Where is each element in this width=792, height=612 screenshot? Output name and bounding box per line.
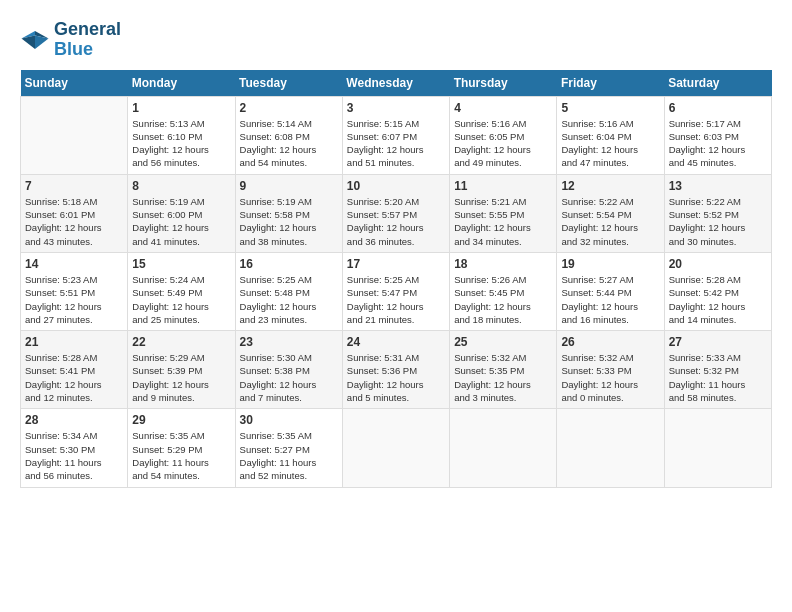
calendar-cell: 8Sunrise: 5:19 AM Sunset: 6:00 PM Daylig… (128, 174, 235, 252)
weekday-header: Thursday (450, 70, 557, 97)
calendar-cell: 25Sunrise: 5:32 AM Sunset: 5:35 PM Dayli… (450, 331, 557, 409)
day-number: 9 (240, 179, 338, 193)
day-info: Sunrise: 5:22 AM Sunset: 5:52 PM Dayligh… (669, 195, 767, 248)
day-info: Sunrise: 5:31 AM Sunset: 5:36 PM Dayligh… (347, 351, 445, 404)
day-number: 13 (669, 179, 767, 193)
weekday-header: Wednesday (342, 70, 449, 97)
calendar-cell: 4Sunrise: 5:16 AM Sunset: 6:05 PM Daylig… (450, 96, 557, 174)
day-number: 22 (132, 335, 230, 349)
day-number: 27 (669, 335, 767, 349)
day-number: 28 (25, 413, 123, 427)
day-number: 18 (454, 257, 552, 271)
calendar-cell: 20Sunrise: 5:28 AM Sunset: 5:42 PM Dayli… (664, 252, 771, 330)
day-number: 6 (669, 101, 767, 115)
day-number: 20 (669, 257, 767, 271)
day-number: 17 (347, 257, 445, 271)
day-info: Sunrise: 5:25 AM Sunset: 5:48 PM Dayligh… (240, 273, 338, 326)
day-number: 8 (132, 179, 230, 193)
day-number: 14 (25, 257, 123, 271)
calendar-cell: 27Sunrise: 5:33 AM Sunset: 5:32 PM Dayli… (664, 331, 771, 409)
day-info: Sunrise: 5:18 AM Sunset: 6:01 PM Dayligh… (25, 195, 123, 248)
calendar-cell: 29Sunrise: 5:35 AM Sunset: 5:29 PM Dayli… (128, 409, 235, 487)
day-info: Sunrise: 5:16 AM Sunset: 6:05 PM Dayligh… (454, 117, 552, 170)
day-info: Sunrise: 5:32 AM Sunset: 5:35 PM Dayligh… (454, 351, 552, 404)
page-header: General Blue (20, 20, 772, 60)
day-number: 11 (454, 179, 552, 193)
calendar-cell: 7Sunrise: 5:18 AM Sunset: 6:01 PM Daylig… (21, 174, 128, 252)
day-info: Sunrise: 5:21 AM Sunset: 5:55 PM Dayligh… (454, 195, 552, 248)
weekday-header: Friday (557, 70, 664, 97)
day-info: Sunrise: 5:19 AM Sunset: 6:00 PM Dayligh… (132, 195, 230, 248)
calendar-cell: 15Sunrise: 5:24 AM Sunset: 5:49 PM Dayli… (128, 252, 235, 330)
calendar-cell: 30Sunrise: 5:35 AM Sunset: 5:27 PM Dayli… (235, 409, 342, 487)
day-number: 15 (132, 257, 230, 271)
calendar-cell: 5Sunrise: 5:16 AM Sunset: 6:04 PM Daylig… (557, 96, 664, 174)
day-info: Sunrise: 5:34 AM Sunset: 5:30 PM Dayligh… (25, 429, 123, 482)
calendar-cell: 17Sunrise: 5:25 AM Sunset: 5:47 PM Dayli… (342, 252, 449, 330)
day-number: 7 (25, 179, 123, 193)
calendar-cell: 14Sunrise: 5:23 AM Sunset: 5:51 PM Dayli… (21, 252, 128, 330)
logo-icon (20, 28, 50, 52)
calendar-cell (342, 409, 449, 487)
calendar-cell (21, 96, 128, 174)
calendar-cell (664, 409, 771, 487)
day-number: 29 (132, 413, 230, 427)
day-number: 4 (454, 101, 552, 115)
day-info: Sunrise: 5:19 AM Sunset: 5:58 PM Dayligh… (240, 195, 338, 248)
weekday-header-row: SundayMondayTuesdayWednesdayThursdayFrid… (21, 70, 772, 97)
calendar-cell: 21Sunrise: 5:28 AM Sunset: 5:41 PM Dayli… (21, 331, 128, 409)
day-number: 16 (240, 257, 338, 271)
weekday-header: Monday (128, 70, 235, 97)
calendar-week-row: 14Sunrise: 5:23 AM Sunset: 5:51 PM Dayli… (21, 252, 772, 330)
day-number: 30 (240, 413, 338, 427)
calendar-cell: 18Sunrise: 5:26 AM Sunset: 5:45 PM Dayli… (450, 252, 557, 330)
day-number: 19 (561, 257, 659, 271)
calendar-cell (557, 409, 664, 487)
day-number: 1 (132, 101, 230, 115)
day-info: Sunrise: 5:35 AM Sunset: 5:29 PM Dayligh… (132, 429, 230, 482)
calendar-cell: 6Sunrise: 5:17 AM Sunset: 6:03 PM Daylig… (664, 96, 771, 174)
day-number: 5 (561, 101, 659, 115)
calendar-cell: 2Sunrise: 5:14 AM Sunset: 6:08 PM Daylig… (235, 96, 342, 174)
calendar-cell: 10Sunrise: 5:20 AM Sunset: 5:57 PM Dayli… (342, 174, 449, 252)
calendar-cell: 28Sunrise: 5:34 AM Sunset: 5:30 PM Dayli… (21, 409, 128, 487)
calendar-week-row: 7Sunrise: 5:18 AM Sunset: 6:01 PM Daylig… (21, 174, 772, 252)
calendar-cell: 24Sunrise: 5:31 AM Sunset: 5:36 PM Dayli… (342, 331, 449, 409)
day-info: Sunrise: 5:16 AM Sunset: 6:04 PM Dayligh… (561, 117, 659, 170)
calendar-cell (450, 409, 557, 487)
calendar-cell: 12Sunrise: 5:22 AM Sunset: 5:54 PM Dayli… (557, 174, 664, 252)
day-number: 26 (561, 335, 659, 349)
day-number: 23 (240, 335, 338, 349)
day-info: Sunrise: 5:28 AM Sunset: 5:41 PM Dayligh… (25, 351, 123, 404)
day-info: Sunrise: 5:25 AM Sunset: 5:47 PM Dayligh… (347, 273, 445, 326)
day-number: 24 (347, 335, 445, 349)
day-info: Sunrise: 5:23 AM Sunset: 5:51 PM Dayligh… (25, 273, 123, 326)
day-info: Sunrise: 5:26 AM Sunset: 5:45 PM Dayligh… (454, 273, 552, 326)
calendar-cell: 19Sunrise: 5:27 AM Sunset: 5:44 PM Dayli… (557, 252, 664, 330)
day-info: Sunrise: 5:30 AM Sunset: 5:38 PM Dayligh… (240, 351, 338, 404)
day-info: Sunrise: 5:24 AM Sunset: 5:49 PM Dayligh… (132, 273, 230, 326)
calendar-cell: 3Sunrise: 5:15 AM Sunset: 6:07 PM Daylig… (342, 96, 449, 174)
calendar-week-row: 28Sunrise: 5:34 AM Sunset: 5:30 PM Dayli… (21, 409, 772, 487)
calendar-cell: 22Sunrise: 5:29 AM Sunset: 5:39 PM Dayli… (128, 331, 235, 409)
day-number: 25 (454, 335, 552, 349)
day-info: Sunrise: 5:27 AM Sunset: 5:44 PM Dayligh… (561, 273, 659, 326)
day-number: 12 (561, 179, 659, 193)
calendar-cell: 9Sunrise: 5:19 AM Sunset: 5:58 PM Daylig… (235, 174, 342, 252)
day-info: Sunrise: 5:22 AM Sunset: 5:54 PM Dayligh… (561, 195, 659, 248)
calendar-cell: 1Sunrise: 5:13 AM Sunset: 6:10 PM Daylig… (128, 96, 235, 174)
calendar-week-row: 21Sunrise: 5:28 AM Sunset: 5:41 PM Dayli… (21, 331, 772, 409)
calendar-table: SundayMondayTuesdayWednesdayThursdayFrid… (20, 70, 772, 488)
day-number: 3 (347, 101, 445, 115)
day-info: Sunrise: 5:13 AM Sunset: 6:10 PM Dayligh… (132, 117, 230, 170)
calendar-cell: 23Sunrise: 5:30 AM Sunset: 5:38 PM Dayli… (235, 331, 342, 409)
day-info: Sunrise: 5:28 AM Sunset: 5:42 PM Dayligh… (669, 273, 767, 326)
day-info: Sunrise: 5:33 AM Sunset: 5:32 PM Dayligh… (669, 351, 767, 404)
day-number: 10 (347, 179, 445, 193)
weekday-header: Sunday (21, 70, 128, 97)
logo: General Blue (20, 20, 121, 60)
day-number: 21 (25, 335, 123, 349)
logo-text: General Blue (54, 20, 121, 60)
day-info: Sunrise: 5:35 AM Sunset: 5:27 PM Dayligh… (240, 429, 338, 482)
day-info: Sunrise: 5:20 AM Sunset: 5:57 PM Dayligh… (347, 195, 445, 248)
